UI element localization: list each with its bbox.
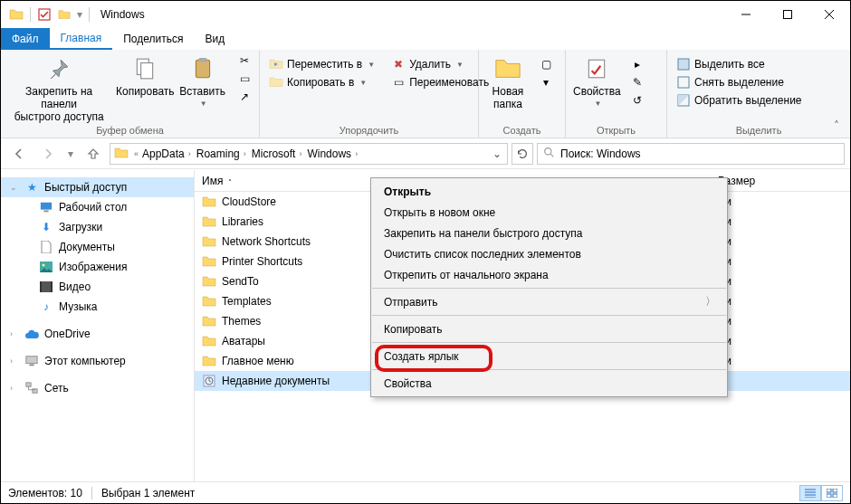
up-button[interactable] [81, 141, 106, 166]
group-title: Буфер обмена [5, 123, 255, 138]
copy-icon [130, 54, 159, 83]
nav-pictures[interactable]: Изображения [1, 257, 194, 277]
new-folder-button[interactable]: Новая папка [483, 52, 533, 110]
title-bar: ▾ Windows [1, 1, 850, 28]
svg-point-10 [545, 147, 551, 154]
folder-icon [114, 146, 130, 162]
tab-view[interactable]: Вид [194, 28, 235, 50]
paste-button[interactable]: Вставить ▼ [177, 52, 228, 110]
search-placeholder: Поиск: Windows [560, 147, 641, 160]
nav-onedrive[interactable]: ›OneDrive [1, 324, 194, 344]
nav-network[interactable]: ›Сеть [1, 378, 194, 398]
new-item-button: ▢ [535, 56, 557, 72]
nav-downloads[interactable]: ⬇Загрузки [1, 217, 194, 237]
svg-rect-1 [784, 11, 792, 19]
svg-rect-15 [40, 281, 53, 292]
ribbon-group-clipboard: Закрепить на панели быстрого доступа Коп… [1, 50, 260, 138]
crumb-3[interactable]: Windows› [305, 147, 359, 160]
minimize-button[interactable] [725, 1, 767, 28]
ribbon-group-open: Свойства▼ ▸ ✎ ↺ Открыть [566, 50, 667, 138]
nav-quick-access[interactable]: ⌄★Быстрый доступ [1, 177, 194, 197]
svg-rect-25 [833, 489, 837, 492]
svg-rect-6 [589, 60, 605, 78]
invert-selection-button[interactable]: Обратить выделение [673, 92, 806, 109]
nav-documents[interactable]: Документы [1, 237, 194, 257]
select-none-button[interactable]: Снять выделение [673, 74, 806, 90]
cloud-icon [24, 327, 39, 341]
nav-desktop[interactable]: Рабочий стол [1, 197, 194, 217]
download-icon: ⬇ [39, 220, 53, 234]
nav-videos[interactable]: Видео [1, 277, 194, 297]
address-history-dropdown[interactable]: ⌄ [489, 147, 505, 160]
maximize-button[interactable] [767, 1, 808, 28]
music-icon: ♪ [39, 300, 53, 314]
qat-dropdown-icon[interactable]: ▾ [74, 5, 85, 24]
back-button[interactable] [6, 141, 32, 166]
svg-rect-8 [678, 77, 689, 88]
close-button[interactable] [808, 1, 850, 28]
svg-rect-17 [51, 281, 53, 292]
forward-button[interactable] [35, 141, 61, 166]
menu-bar: Файл Главная Поделиться Вид [1, 28, 850, 50]
svg-point-14 [43, 264, 45, 267]
tab-share[interactable]: Поделиться [112, 28, 194, 50]
select-all-button[interactable]: Выделить все [673, 56, 806, 72]
svg-rect-7 [678, 59, 689, 70]
copy-label: Копировать [116, 85, 175, 98]
svg-rect-4 [196, 60, 209, 78]
tab-home[interactable]: Главная [50, 28, 113, 50]
view-large-button[interactable] [821, 485, 843, 501]
nav-thispc[interactable]: ›Этот компьютер [1, 351, 194, 371]
folder-icon [6, 5, 26, 24]
nav-music[interactable]: ♪Музыка [1, 297, 194, 317]
svg-rect-16 [40, 281, 42, 292]
search-icon [543, 147, 555, 161]
pin-to-quick-access-button[interactable]: Закрепить на панели быстрого доступа [5, 52, 113, 123]
delete-icon: ✖ [391, 57, 406, 71]
navigation-pane: ⌄★Быстрый доступ Рабочий стол ⬇Загрузки … [1, 170, 195, 481]
ctx-copy[interactable]: Копировать [371, 319, 727, 339]
ctx-open[interactable]: Открыть [371, 181, 727, 202]
paste-icon [188, 54, 217, 83]
view-details-button[interactable] [799, 485, 821, 501]
address-bar-row: ▾ « AppData› Roaming› Microsoft› Windows… [1, 138, 850, 169]
copy-button[interactable]: Копировать [113, 52, 177, 98]
crumb-1[interactable]: Roaming› [195, 147, 248, 160]
svg-rect-12 [43, 211, 48, 213]
address-bar[interactable]: « AppData› Roaming› Microsoft› Windows› … [110, 143, 508, 165]
svg-rect-24 [827, 489, 831, 492]
crumb-2[interactable]: Microsoft› [250, 147, 304, 160]
pc-icon [24, 354, 39, 368]
quick-access-toolbar: ▾ [6, 5, 93, 24]
svg-rect-19 [29, 365, 33, 366]
properties-button[interactable]: Свойства▼ [569, 52, 625, 110]
recent-dropdown[interactable]: ▾ [64, 141, 77, 166]
history-button: ↺ [626, 92, 648, 109]
ctx-unpin-start[interactable]: Открепить от начального экрана [371, 264, 727, 285]
shortcut-icon: ↗ [237, 90, 252, 104]
collapse-ribbon-button[interactable]: ˄ [828, 118, 845, 134]
select-none-icon [676, 75, 691, 90]
context-menu: Открыть Открыть в новом окне Закрепить н… [370, 177, 728, 397]
tab-file[interactable]: Файл [1, 28, 50, 50]
ctx-open-new[interactable]: Открыть в новом окне [371, 202, 727, 223]
svg-rect-3 [141, 63, 153, 79]
open-button: ▸ [626, 56, 648, 72]
moveto-icon [269, 57, 283, 71]
cut-button: ✂ [234, 52, 255, 69]
checkbox-icon[interactable] [34, 5, 54, 24]
rename-icon: ▭ [391, 75, 406, 90]
ribbon: Закрепить на панели быстрого доступа Коп… [1, 50, 850, 138]
folder-small-icon[interactable] [54, 5, 74, 24]
ctx-properties[interactable]: Свойства [371, 373, 727, 394]
ctx-clear-recent[interactable]: Очистить список последних элементов [371, 243, 727, 264]
ctx-pin-quick[interactable]: Закрепить на панели быстрого доступа [371, 223, 727, 243]
video-icon [39, 280, 53, 294]
properties-icon [582, 54, 611, 83]
star-icon: ★ [24, 180, 39, 195]
ctx-create-shortcut[interactable]: Создать ярлык [371, 346, 727, 366]
search-box[interactable]: Поиск: Windows [537, 143, 845, 165]
crumb-0[interactable]: AppData› [140, 147, 193, 160]
refresh-button[interactable] [512, 143, 533, 165]
ctx-send-to[interactable]: Отправить〉 [371, 291, 727, 312]
